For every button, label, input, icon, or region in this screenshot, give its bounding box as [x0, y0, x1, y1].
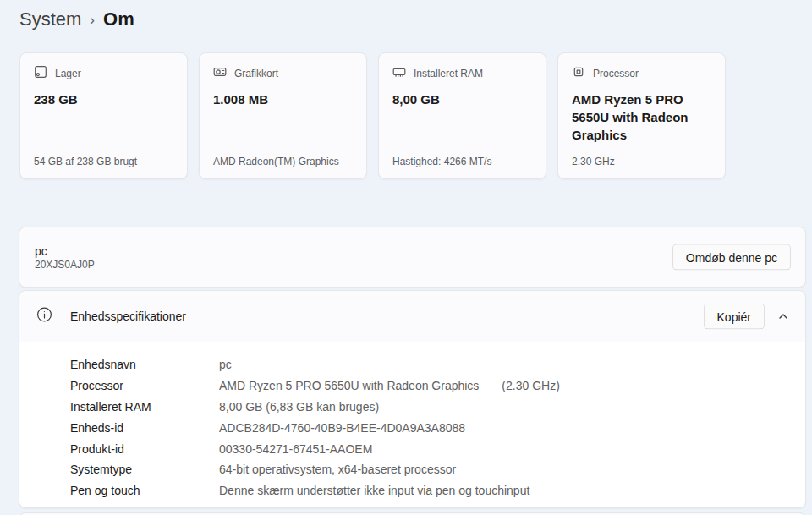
spec-value: Denne skærm understøtter ikke input via …	[219, 484, 529, 497]
spec-value: pc	[219, 358, 232, 371]
spec-value: 64-bit operativsystem, x64-baseret proce…	[219, 463, 456, 476]
processor-card-header: Processor	[572, 65, 711, 81]
gpu-card-value: 1.008 MB	[213, 90, 353, 108]
cpu-icon	[572, 65, 585, 81]
spec-value: ADCB284D-4760-40B9-B4EE-4D0A9A3A8088	[219, 421, 465, 435]
spec-row-processor: Processor AMD Ryzen 5 PRO 5650U with Rad…	[70, 375, 805, 397]
page-title: Om	[103, 8, 134, 30]
gpu-icon	[213, 65, 227, 81]
copy-button[interactable]: Kopiér	[704, 304, 765, 330]
spec-label: Installeret RAM	[70, 400, 219, 414]
storage-card-label: Lager	[55, 68, 81, 79]
spec-row-product-id: Produkt-id 00330-54271-67451-AAOEM	[70, 438, 805, 459]
processor-card-detail: 2.30 GHz	[572, 156, 715, 167]
breadcrumb-system-link[interactable]: System	[19, 8, 81, 30]
device-specs-expander-header[interactable]: Enhedsspecifikationer Kopiér	[19, 291, 805, 342]
spec-label: Processor	[70, 379, 219, 392]
device-name-card: pc 20XJS0AJ0P Omdøb denne pc	[19, 227, 806, 288]
spec-label: Pen og touch	[70, 484, 219, 497]
device-specs-card: Enhedsspecifikationer Kopiér Enhedsnavn …	[19, 290, 806, 508]
storage-card-header: Lager	[34, 65, 173, 81]
spec-value: AMD Ryzen 5 PRO 5650U with Radeon Graphi…	[219, 379, 479, 392]
spec-row-installed-ram: Installeret RAM 8,00 GB (6,83 GB kan bru…	[70, 397, 805, 418]
ram-card-header: Installeret RAM	[392, 65, 532, 81]
processor-card: Processor AMD Ryzen 5 PRO 5650U with Rad…	[557, 52, 726, 179]
spec-row-device-id: Enheds-id ADCB284D-4760-40B9-B4EE-4D0A9A…	[70, 417, 805, 438]
storage-card-detail: 54 GB af 238 GB brugt	[34, 156, 177, 167]
device-specs-title: Enhedsspecifikationer	[70, 310, 186, 323]
spec-label: Produkt-id	[70, 442, 219, 456]
device-specs-body: Enhedsnavn pc Processor AMD Ryzen 5 PRO …	[19, 342, 805, 507]
storage-card-value: 238 GB	[34, 90, 173, 108]
ram-card-label: Installeret RAM	[414, 68, 483, 79]
ram-card: Installeret RAM 8,00 GB Hastighed: 4266 …	[378, 52, 546, 179]
spec-value: 8,00 GB (6,83 GB kan bruges)	[219, 400, 379, 414]
info-icon	[36, 307, 52, 326]
spec-row-system-type: Systemtype 64-bit operativsystem, x64-ba…	[70, 459, 805, 480]
settings-about-page: System › Om Lager 238 GB 54 GB af 238 GB…	[0, 0, 812, 515]
device-model: 20XJS0AJ0P	[35, 259, 95, 271]
breadcrumb: System › Om	[19, 8, 134, 30]
ram-icon	[392, 65, 406, 81]
processor-card-value: AMD Ryzen 5 PRO 5650U with Radeon Graphi…	[572, 90, 711, 144]
rename-pc-button[interactable]: Omdøb denne pc	[672, 244, 791, 271]
storage-card: Lager 238 GB 54 GB af 238 GB brugt	[19, 52, 188, 179]
device-name-block: pc 20XJS0AJ0P	[35, 244, 95, 271]
gpu-card: Grafikkort 1.008 MB AMD Radeon(TM) Graph…	[199, 52, 367, 179]
spec-row-pen-touch: Pen og touch Denne skærm understøtter ik…	[70, 480, 805, 501]
ram-card-detail: Hastighed: 4266 MT/s	[392, 156, 535, 167]
spec-value-extra: (2.30 GHz)	[502, 379, 559, 392]
spec-label: Systemtype	[70, 463, 219, 476]
chevron-up-icon[interactable]	[771, 304, 795, 328]
gpu-card-header: Grafikkort	[213, 65, 353, 81]
processor-card-label: Processor	[593, 68, 639, 79]
hard-drive-icon	[34, 65, 47, 81]
spec-label: Enheds-id	[70, 421, 219, 435]
ram-card-value: 8,00 GB	[392, 90, 532, 108]
gpu-card-detail: AMD Radeon(TM) Graphics	[213, 156, 356, 167]
device-name: pc	[35, 244, 95, 259]
chevron-right-icon: ›	[90, 11, 95, 29]
spec-label: Enhedsnavn	[70, 358, 219, 371]
spec-value: 00330-54271-67451-AAOEM	[219, 442, 372, 456]
summary-cards-row: Lager 238 GB 54 GB af 238 GB brugt Grafi…	[19, 52, 726, 179]
spec-row-device-name: Enhedsnavn pc	[70, 354, 805, 375]
gpu-card-label: Grafikkort	[234, 68, 278, 79]
